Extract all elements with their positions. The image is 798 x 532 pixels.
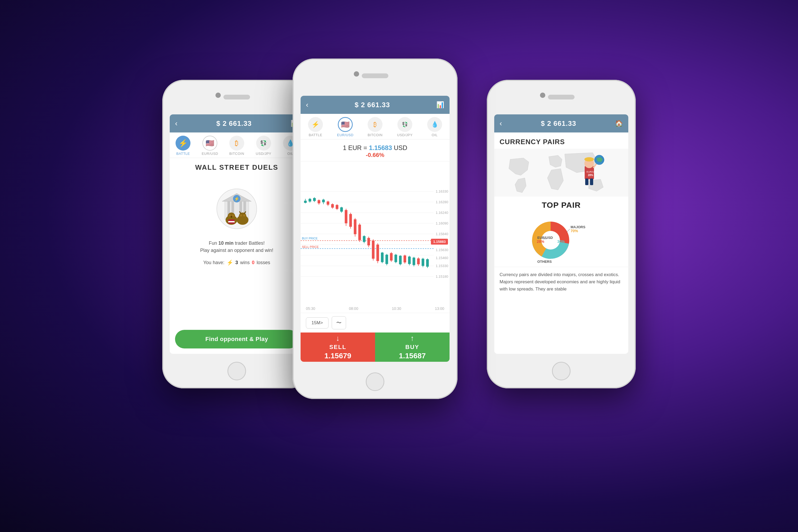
svg-rect-72: [358, 225, 361, 240]
svg-rect-52: [313, 198, 316, 201]
svg-text:70%: 70%: [571, 229, 578, 233]
phone-center-screen: ‹ $ 2 661.33 📊 ⚡ BATTLE 🇺🇸 EUR/USD: [301, 96, 450, 362]
svg-text:SELL PRICE: SELL PRICE: [302, 245, 319, 248]
svg-text:1.16280: 1.16280: [436, 200, 448, 204]
phone-center-speaker: [362, 73, 388, 78]
tab-usdjpy-center[interactable]: 💱 USD/JPY: [390, 117, 420, 137]
price-main: 1 EUR = 1.15683 USD: [306, 144, 444, 152]
top-pair-section: TOP PAIR: [494, 196, 628, 214]
svg-text:30%: 30%: [557, 240, 565, 244]
battle-icon-circle-center: ⚡: [308, 117, 323, 132]
buy-button[interactable]: ↑ BUY 1.15687: [375, 332, 450, 362]
tab-eurusd-left[interactable]: 🇺🇸 EUR/USD: [196, 136, 224, 156]
tab-bitcoin-left[interactable]: ₿ BITCOIN: [224, 136, 250, 156]
sell-label: SELL: [329, 344, 346, 350]
phone-left-home[interactable]: [227, 362, 246, 380]
tab-eurusd-center[interactable]: 🇺🇸 EUR/USD: [330, 117, 360, 137]
right-header-icon[interactable]: 🏠: [615, 120, 623, 127]
svg-point-16: [240, 214, 242, 216]
svg-text:1.16090: 1.16090: [436, 221, 448, 225]
tab-battle-center[interactable]: ⚡ BATTLE: [301, 117, 330, 137]
tab-eurusd-label-left: EUR/USD: [202, 152, 218, 156]
left-header-title: $ 2 661.33: [216, 119, 252, 128]
phones-container: ‹ $ 2 661.33 📊 ⚡ BATTLE 🇺🇸 EUR/USD: [80, 26, 718, 506]
svg-rect-94: [408, 257, 411, 264]
tab-battle-label-center: BATTLE: [308, 133, 322, 137]
sell-buy-bar: ↓ SELL 1.15679 ↑ BUY 1.15687: [301, 332, 450, 362]
svg-text:1.15840: 1.15840: [436, 232, 448, 236]
svg-rect-70: [354, 220, 357, 234]
center-back-button[interactable]: ‹: [306, 100, 308, 109]
svg-rect-23: [228, 222, 234, 224]
svg-rect-90: [399, 256, 402, 264]
svg-rect-80: [376, 245, 379, 261]
svg-text:1.15883: 1.15883: [433, 240, 446, 244]
currency-description: Currency pairs are divided into majors, …: [494, 267, 628, 297]
wins-number: 3: [235, 260, 238, 265]
svg-rect-115: [585, 178, 588, 185]
svg-rect-78: [372, 241, 375, 259]
svg-rect-102: [426, 259, 429, 267]
phone-left-camera: [215, 93, 221, 98]
svg-point-11: [229, 214, 231, 216]
svg-text:1.15330: 1.15330: [436, 264, 448, 268]
time-label-3: 10:30: [392, 306, 401, 311]
sell-price: 1.15679: [324, 352, 351, 360]
donut-chart-area: EUR/USD 28% OTHERS MAJORS 70% 30%: [494, 214, 628, 267]
svg-rect-92: [403, 255, 406, 263]
svg-text:⚡: ⚡: [234, 196, 240, 201]
svg-rect-21: [228, 220, 234, 221]
svg-rect-98: [417, 259, 420, 264]
phone-center-home[interactable]: [366, 373, 384, 391]
right-header: ‹ $ 2 661.33 🏠: [494, 114, 628, 132]
currency-pairs-title: CURRENCY PAIRS: [494, 132, 628, 149]
phone-left-speaker: [224, 95, 250, 99]
timeframe-button[interactable]: 15M>: [306, 317, 328, 328]
svg-text:1.16240: 1.16240: [436, 211, 448, 215]
svg-rect-64: [340, 208, 343, 212]
eurusd-flag-center: 🇺🇸: [338, 117, 353, 132]
tab-battle-label: BATTLE: [176, 152, 190, 156]
wins-row: You have: ⚡ 3 wins 0 losses: [203, 259, 270, 266]
center-header: ‹ $ 2 661.33 📊: [301, 96, 450, 114]
svg-rect-86: [390, 253, 393, 261]
sell-button[interactable]: ↓ SELL 1.15679: [301, 332, 375, 362]
chart-type-button[interactable]: 〜: [332, 316, 346, 329]
svg-rect-60: [331, 204, 334, 208]
phone-right-home[interactable]: [552, 362, 571, 380]
find-opponent-button[interactable]: Find opponent & Play: [175, 330, 299, 348]
svg-text:1.15460: 1.15460: [436, 256, 448, 260]
svg-point-110: [584, 157, 594, 162]
tab-oil-center[interactable]: 💧 OIL: [420, 117, 450, 137]
svg-text:28%: 28%: [537, 240, 545, 244]
price-unit: USD: [392, 144, 407, 151]
svg-text:MAJORS: MAJORS: [571, 225, 586, 229]
phone-right: ‹ $ 2 661.33 🏠 CURRENCY PAIRS: [487, 80, 636, 388]
left-back-button[interactable]: ‹: [175, 119, 177, 128]
svg-rect-68: [349, 214, 352, 227]
svg-rect-100: [422, 259, 424, 266]
time-label-1: 05:30: [306, 306, 315, 311]
svg-rect-48: [304, 201, 307, 203]
svg-rect-88: [395, 255, 397, 262]
right-back-button[interactable]: ‹: [499, 119, 502, 128]
svg-text:OTHERS: OTHERS: [537, 260, 552, 264]
phone-left-screen: ‹ $ 2 661.33 📊 ⚡ BATTLE 🇺🇸 EUR/USD: [170, 114, 304, 354]
time-label-2: 08:00: [349, 306, 358, 311]
bitcoin-icon-circle-center: ₿: [367, 117, 382, 132]
losses-number: 0: [252, 260, 254, 265]
svg-text:EUR/USD: EUR/USD: [537, 236, 553, 240]
battle-title: WALL STREET DUELS: [195, 163, 278, 172]
tab-usdjpy-left[interactable]: 💱 USD/JPY: [250, 136, 277, 156]
tab-battle-left[interactable]: ⚡ BATTLE: [170, 136, 196, 156]
svg-text:28%: 28%: [588, 174, 593, 177]
chart-time-labels: 05:30 08:00 10:30 13:00: [301, 306, 450, 313]
tab-usdjpy-label-left: USD/JPY: [256, 152, 271, 156]
tab-bitcoin-center[interactable]: ₿ BITCOIN: [360, 117, 390, 137]
donut-chart-svg: EUR/USD 28% OTHERS MAJORS 70% 30%: [521, 214, 601, 267]
center-header-icon[interactable]: 📊: [436, 101, 444, 109]
tab-bitcoin-label-left: BITCOIN: [229, 152, 244, 156]
battle-section: WALL STREET DUELS: [170, 158, 304, 330]
left-header: ‹ $ 2 661.33 📊: [170, 114, 304, 132]
right-header-title: $ 2 661.33: [541, 119, 576, 128]
